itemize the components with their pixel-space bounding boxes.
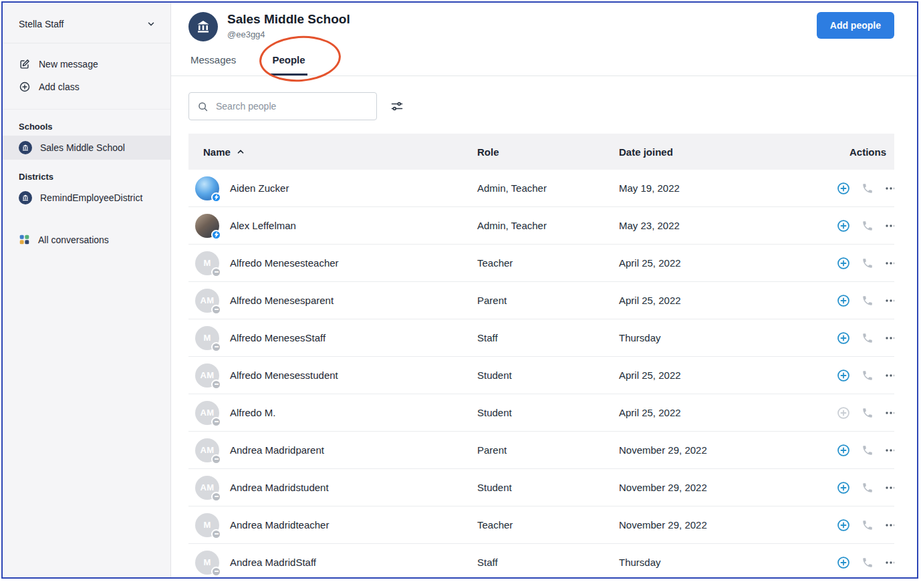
row-menu-button[interactable] [884,219,894,233]
row-menu-button[interactable] [884,406,894,420]
table-row[interactable]: AM ••• Alfredo Menesesparent Parent Apri… [188,282,894,319]
call-button[interactable] [862,557,874,569]
add-to-class-button[interactable] [836,555,851,570]
people-table-body: ••• Aiden Zucker Admin, Teacher May 19, … [188,170,894,577]
person-avatar: AM ••• [195,438,219,462]
add-to-class-button[interactable] [836,406,851,420]
call-button[interactable] [862,182,874,194]
main-content: Sales Middle School @ee3gg4 Add people M… [171,3,917,577]
person-name: Alfredo Menesesteacher [230,257,339,269]
add-to-class-button[interactable] [836,331,851,345]
call-button[interactable] [862,295,874,307]
call-button[interactable] [862,407,874,419]
tab-messages[interactable]: Messages [188,44,238,76]
call-button[interactable] [862,444,874,456]
column-header-name[interactable]: Name [188,146,477,158]
person-date-joined: May 19, 2022 [619,182,836,194]
person-name: Aiden Zucker [230,182,289,194]
row-menu-button[interactable] [884,481,894,494]
avatar-initials: M [203,333,211,343]
call-button[interactable] [862,370,874,382]
sidebar-item-sales-middle-school[interactable]: Sales Middle School [3,136,170,160]
avatar-initials: AM [201,295,215,305]
districts-section-title: Districts [3,160,170,186]
avatar-badge: ••• [211,492,221,502]
tabs: Messages People [171,44,917,76]
call-button[interactable] [862,332,874,344]
person-name: Andrea Madridteacher [230,519,329,531]
person-date-joined: April 25, 2022 [619,295,836,306]
sort-ascending-icon [236,147,245,156]
add-to-class-button[interactable] [836,181,851,196]
person-name: Alfredo M. [230,407,275,418]
add-to-class-button[interactable] [836,256,851,271]
table-row[interactable]: ••• Aiden Zucker Admin, Teacher May 19, … [188,170,894,207]
conversations-grid-icon [19,234,30,245]
person-name: Andrea Madridparent [230,444,324,456]
avatar-badge: ••• [211,230,221,240]
call-button[interactable] [862,519,874,531]
person-role: Student [477,482,619,493]
add-to-class-button[interactable] [836,480,851,495]
add-to-class-button[interactable] [836,443,851,458]
call-button[interactable] [862,257,874,269]
table-row[interactable]: M ••• Andrea MadridStaff Staff Thursday [188,544,894,577]
person-date-joined: April 25, 2022 [619,257,836,269]
district-item-label: RemindEmployeeDistrict [40,192,142,203]
table-row[interactable]: AM ••• Andrea Madridparent Parent Novemb… [188,432,894,469]
row-menu-button[interactable] [884,369,894,382]
table-row[interactable]: AM ••• Andrea Madridstudent Student Nove… [188,469,894,506]
avatar-badge: ••• [211,192,221,202]
row-menu-button[interactable] [884,182,894,195]
table-row[interactable]: ••• Alex Leffelman Admin, Teacher May 23… [188,207,894,245]
sidebar-item-all-conversations[interactable]: All conversations [3,229,170,251]
row-menu-button[interactable] [884,331,894,345]
account-name: Stella Staff [19,19,63,29]
avatar-initials: AM [201,445,215,455]
row-menu-button[interactable] [884,519,894,532]
call-button[interactable] [862,482,874,494]
table-row[interactable]: M ••• Alfredo MenesesStaff Staff Thursda… [188,319,894,357]
table-row[interactable]: AM ••• Alfredo Menesesstudent Student Ap… [188,357,894,394]
avatar-initials: AM [201,482,215,492]
table-header: Name Role Date joined Actions [188,134,894,170]
add-to-class-button[interactable] [836,518,851,533]
person-date-joined: May 23, 2022 [619,220,836,231]
table-row[interactable]: M ••• Andrea Madridteacher Teacher Novem… [188,506,894,544]
add-to-class-button[interactable] [836,293,851,308]
person-date-joined: April 25, 2022 [619,370,836,381]
avatar-initials: M [203,557,211,567]
call-button[interactable] [862,220,874,232]
row-menu-button[interactable] [884,556,894,569]
table-row[interactable]: AM ••• Alfredo M. Student April 25, 2022 [188,394,894,432]
person-avatar: M ••• [195,513,219,537]
search-input[interactable] [215,100,368,112]
column-header-actions: Actions [836,146,894,158]
person-role: Teacher [477,519,619,531]
person-avatar: M ••• [195,551,219,575]
add-class-label: Add class [39,82,80,92]
add-people-button[interactable]: Add people [817,12,894,39]
table-row[interactable]: M ••• Alfredo Menesesteacher Teacher Apr… [188,245,894,282]
sidebar-item-remindemployeedistrict[interactable]: RemindEmployeeDistrict [3,186,170,210]
tab-people[interactable]: People [270,44,307,76]
person-avatar: AM ••• [195,401,219,425]
new-message-button[interactable]: New message [3,53,170,76]
column-header-role: Role [477,146,619,158]
add-to-class-button[interactable] [836,368,851,383]
person-date-joined: April 25, 2022 [619,407,836,418]
row-menu-button[interactable] [884,257,894,270]
page-title: Sales Middle School [227,12,350,27]
schools-section-title: Schools [3,110,170,136]
person-name: Alfredo MenesesStaff [230,332,325,343]
row-menu-button[interactable] [884,444,894,457]
filter-button[interactable] [389,98,405,114]
avatar-badge: ••• [211,267,221,277]
account-switcher[interactable]: Stella Staff [3,3,170,43]
person-avatar: AM ••• [195,476,219,500]
person-avatar: AM ••• [195,363,219,388]
add-to-class-button[interactable] [836,218,851,233]
sliders-icon [390,100,404,113]
add-class-button[interactable]: Add class [3,76,170,98]
row-menu-button[interactable] [884,294,894,307]
